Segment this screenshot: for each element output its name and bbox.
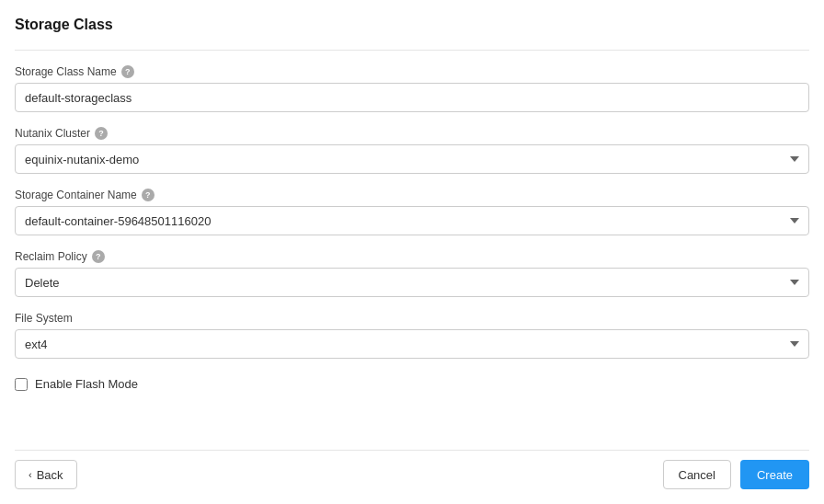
storage-container-name-help-icon: ? [142,189,154,201]
storage-container-name-label: Storage Container Name ? [15,189,809,201]
reclaim-policy-select[interactable]: Delete Retain Recycle [15,268,809,297]
footer-actions: ‹ Back Cancel Create [15,450,809,489]
back-button[interactable]: ‹ Back [15,460,77,489]
file-system-group: File System ext4 xfs [15,312,809,359]
chevron-left-icon: ‹ [29,469,32,480]
storage-class-name-label: Storage Class Name ? [15,65,809,78]
right-actions: Cancel Create [663,460,810,489]
storage-container-name-select[interactable]: default-container-59648501116020 [15,206,809,235]
storage-class-name-help-icon: ? [121,65,134,78]
storage-class-name-group: Storage Class Name ? [15,65,809,112]
reclaim-policy-group: Reclaim Policy ? Delete Retain Recycle [15,250,809,297]
enable-flash-mode-label[interactable]: Enable Flash Mode [35,377,138,391]
page-title: Storage Class [15,17,809,33]
nutanix-cluster-help-icon: ? [95,127,108,140]
cancel-button[interactable]: Cancel [663,460,731,489]
enable-flash-mode-checkbox[interactable] [15,378,28,391]
storage-container-name-group: Storage Container Name ? default-contain… [15,189,809,235]
reclaim-policy-help-icon: ? [92,250,105,263]
nutanix-cluster-select[interactable]: equinix-nutanix-demo [15,144,809,174]
file-system-label: File System [15,312,809,325]
enable-flash-mode-group: Enable Flash Mode [15,377,809,391]
divider [15,50,809,51]
storage-class-name-input[interactable] [15,83,809,112]
nutanix-cluster-group: Nutanix Cluster ? equinix-nutanix-demo [15,127,809,174]
reclaim-policy-label: Reclaim Policy ? [15,250,809,263]
file-system-select[interactable]: ext4 xfs [15,329,809,359]
page-container: Storage Class Storage Class Name ? Nutan… [0,0,824,504]
nutanix-cluster-label: Nutanix Cluster ? [15,127,809,140]
create-button[interactable]: Create [740,460,809,489]
